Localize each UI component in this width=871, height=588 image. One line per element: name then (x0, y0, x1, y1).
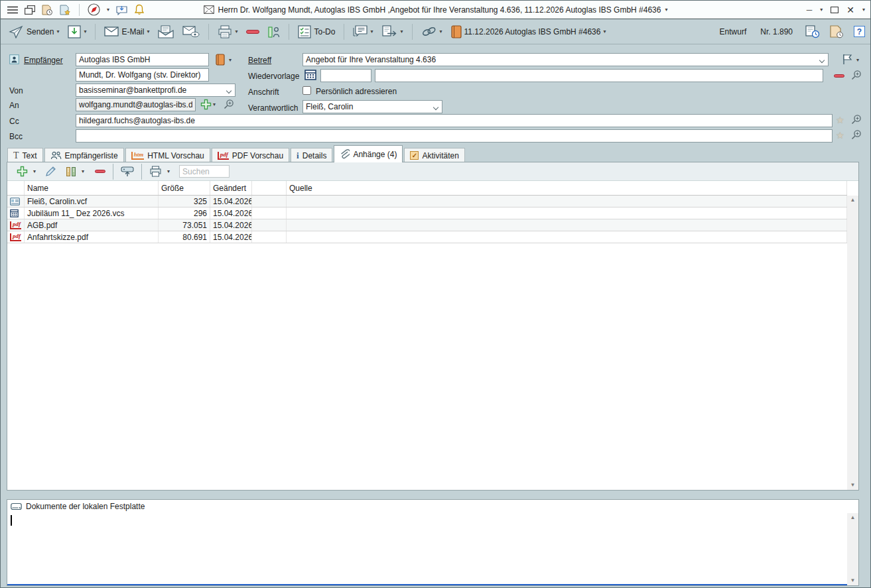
close-button[interactable]: ✕ (846, 5, 854, 15)
flag-icon[interactable] (842, 54, 853, 65)
event-reference[interactable]: 11.12.2026 Autoglas IBS GmbH #4636 ▾ (449, 24, 608, 40)
print-attachment-dropdown-arrow[interactable]: ▾ (167, 169, 170, 174)
add-attachment-button[interactable] (17, 166, 28, 177)
help-button[interactable]: ? (854, 26, 865, 37)
calendar-icon[interactable] (304, 69, 316, 80)
email-button[interactable]: E-Mail ▾ (102, 25, 151, 38)
print-attachment-icon[interactable] (149, 166, 162, 177)
from-select[interactable]: basisseminar@bankettprofi.de (76, 84, 235, 97)
scroll-down-icon[interactable]: ▼ (850, 576, 856, 585)
tab-empfaengerliste[interactable]: Empfängerliste (44, 148, 124, 162)
bell-icon[interactable] (134, 4, 145, 15)
followup-date-field[interactable] (320, 69, 371, 82)
personal-address-checkbox[interactable] (302, 86, 311, 95)
subject-combo[interactable]: Angebot für Ihre Veranstaltung 4.636 (302, 53, 829, 66)
recipient-company-field[interactable] (76, 53, 209, 66)
tab-html-vorschau[interactable]: htm HTML Vorschau (125, 148, 210, 162)
tab-anhaenge[interactable]: Anhänge (4) (334, 145, 403, 162)
todo-button[interactable]: To-Do (296, 24, 337, 40)
document-star-icon[interactable] (60, 5, 71, 15)
attachments-scrollbar[interactable]: ▲ ▼ (847, 196, 858, 490)
print-button[interactable]: ▾ (216, 24, 239, 40)
table-row[interactable]: Jubiläum 11_ Dez 2026.vcs 296 15.04.2026 (7, 207, 847, 219)
document-clock-icon[interactable] (830, 25, 844, 38)
tab-aktivitaeten[interactable]: ✓ Aktivitäten (404, 148, 464, 162)
event-dropdown-arrow[interactable]: ▾ (603, 29, 606, 34)
send-button[interactable]: Senden ▾ (6, 24, 61, 40)
cc-field[interactable] (76, 114, 833, 127)
link-button[interactable]: ▾ (419, 25, 444, 39)
search-contact-icon[interactable] (224, 99, 234, 109)
transfer-button[interactable]: ▾ (379, 24, 405, 39)
favorite-star-icon[interactable]: ★ (836, 115, 844, 125)
column-header-name[interactable]: Name (25, 181, 159, 195)
minimize-dropdown-arrow[interactable]: ▾ (820, 7, 823, 13)
followup-note-field[interactable] (375, 69, 823, 82)
save-dropdown-arrow[interactable]: ▾ (84, 29, 86, 34)
scroll-down-icon[interactable]: ▼ (850, 481, 856, 490)
table-row[interactable]: Fleiß, Carolin.vcf 325 15.04.2026 (7, 196, 847, 207)
menu-hamburger-icon[interactable] (7, 6, 18, 14)
bcc-field[interactable] (76, 129, 833, 143)
column-header-source[interactable]: Quelle (287, 181, 847, 195)
to-field[interactable] (76, 98, 196, 111)
remove-attachment-button[interactable] (95, 170, 105, 173)
row-file-icon: pdf (7, 231, 25, 243)
window-menu-dropdown-arrow[interactable]: ▾ (862, 7, 865, 13)
local-documents-textarea[interactable] (7, 513, 847, 585)
remove-followup-icon[interactable] (834, 74, 844, 78)
edit-pencil-icon[interactable] (45, 166, 56, 177)
remove-button[interactable] (244, 29, 261, 35)
flag-dropdown-arrow[interactable]: ▾ (856, 58, 859, 63)
open-mail-button[interactable] (156, 24, 176, 40)
tab-details[interactable]: i Details (291, 148, 332, 162)
participants-button[interactable] (266, 24, 282, 40)
maximize-button[interactable] (831, 7, 838, 13)
recipient-label-link[interactable]: Empfänger (24, 56, 63, 65)
export-attachment-icon[interactable] (121, 166, 134, 177)
search-bcc-icon[interactable] (851, 129, 862, 140)
search-cc-icon[interactable] (851, 114, 862, 125)
attachments-search-input[interactable] (179, 165, 230, 178)
column-header-modified[interactable]: Geändert (210, 181, 252, 195)
link-dropdown-arrow[interactable]: ▾ (440, 29, 442, 34)
documents-scrollbar[interactable]: ▲ ▼ (847, 513, 858, 585)
column-header-icon[interactable] (7, 181, 25, 195)
add-attachment-dropdown-arrow[interactable]: ▾ (33, 169, 36, 174)
document-history-icon[interactable] (805, 25, 820, 38)
notes-button[interactable]: ▾ (351, 24, 375, 39)
addressbook-icon[interactable] (216, 54, 225, 66)
recipient-person-field[interactable] (76, 68, 209, 82)
table-row[interactable]: pdf AGB.pdf 73.051 15.04.2026 (7, 219, 847, 231)
preview-mail-button[interactable] (180, 25, 202, 39)
scroll-up-icon[interactable]: ▲ (850, 196, 856, 205)
responsible-select[interactable]: Fleiß, Carolin (302, 100, 442, 113)
title-dropdown-arrow[interactable]: ▾ (665, 7, 667, 13)
subject-label-link[interactable]: Betreff (248, 56, 271, 65)
columns-view-icon[interactable] (66, 166, 76, 177)
tab-text[interactable]: T Text (7, 148, 43, 162)
table-row[interactable]: pdf Anfahrtskizze.pdf 80.691 15.04.2026 (7, 231, 847, 243)
search-followup-icon[interactable] (851, 70, 862, 80)
notes-dropdown-arrow[interactable]: ▾ (370, 29, 373, 34)
addressbook-dropdown-arrow[interactable]: ▾ (229, 58, 232, 63)
columns-dropdown-arrow[interactable]: ▾ (82, 169, 84, 174)
document-clock-icon[interactable] (42, 5, 53, 15)
minimize-button[interactable]: ─ (807, 6, 813, 14)
compass-dropdown-arrow[interactable]: ▾ (107, 7, 109, 13)
email-dropdown-arrow[interactable]: ▾ (147, 29, 149, 34)
column-header-empty[interactable] (252, 181, 287, 195)
add-recipient-dropdown-arrow[interactable]: ▾ (213, 102, 216, 107)
transfer-dropdown-arrow[interactable]: ▾ (400, 29, 403, 34)
add-recipient-button[interactable] (200, 99, 212, 110)
pin-message-icon[interactable] (116, 5, 127, 15)
column-header-size[interactable]: Größe (159, 181, 210, 195)
navigation-compass-icon[interactable] (88, 3, 100, 16)
tab-pdf-vorschau[interactable]: pdf PDF Vorschau (212, 148, 289, 162)
save-import-button[interactable]: ▾ (66, 24, 88, 40)
windows-copy-icon[interactable] (25, 5, 35, 15)
favorite-star-icon[interactable]: ★ (836, 131, 844, 140)
scroll-up-icon[interactable]: ▲ (850, 513, 856, 522)
print-dropdown-arrow[interactable]: ▾ (235, 29, 237, 34)
send-dropdown-arrow[interactable]: ▾ (56, 29, 59, 34)
